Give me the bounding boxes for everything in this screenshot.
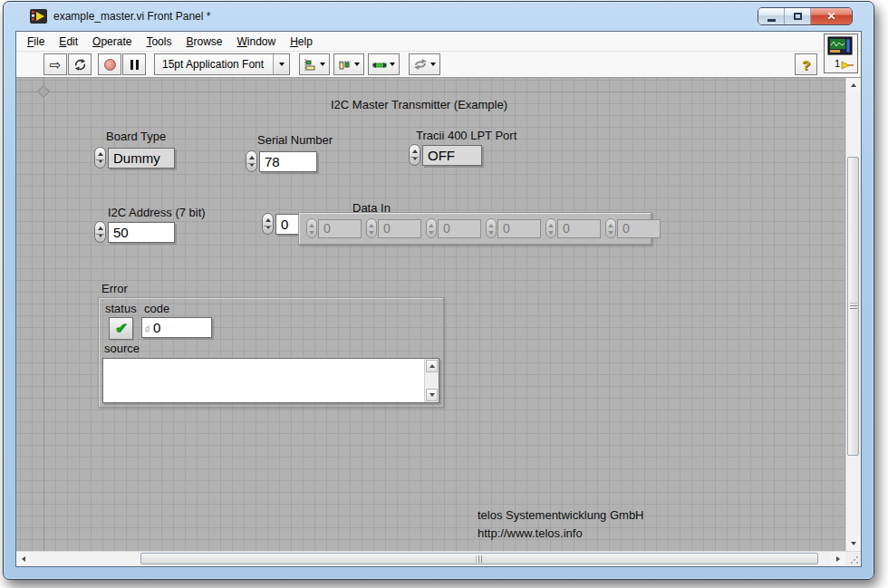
footer-line1: telos Systementwicklung GmbH — [478, 506, 644, 525]
window-title: example_master.vi Front Panel * — [53, 10, 210, 23]
vertical-scrollbar-thumb[interactable] — [847, 157, 859, 456]
data-in-element[interactable]: 0 — [366, 218, 421, 238]
error-status-button[interactable]: ✔ — [109, 317, 133, 340]
board-type-spinner[interactable] — [94, 147, 106, 169]
vi-icon-graphic: 1 — [827, 36, 854, 71]
scroll-right-button[interactable] — [831, 552, 845, 566]
chevron-down-icon — [354, 63, 360, 66]
source-scrollbar[interactable] — [424, 359, 439, 402]
close-icon: ✕ — [826, 10, 835, 23]
panel-title: I2C Master Transmitter (Example) — [331, 98, 507, 111]
element-value[interactable]: 0 — [557, 219, 601, 238]
menubar: File Edit Operate Tools Browse Window He… — [16, 32, 861, 52]
titlebar: example_master.vi Front Panel * ✕ — [4, 2, 874, 31]
i2c-address-label: I2C Address (7 bit) — [108, 206, 206, 219]
scroll-down-button[interactable] — [846, 536, 861, 551]
arrow-up-icon — [430, 364, 435, 368]
element-value[interactable]: 0 — [318, 219, 362, 238]
data-in-element[interactable]: 0 — [545, 218, 601, 238]
serial-number-spinner[interactable] — [246, 150, 257, 172]
pause-button[interactable] — [122, 53, 146, 75]
element-value[interactable]: 0 — [378, 219, 421, 238]
element-spinner — [545, 218, 556, 238]
labview-window: example_master.vi Front Panel * ✕ File E… — [3, 1, 874, 580]
tracii-port-label: Tracii 400 LPT Port — [416, 129, 516, 142]
maximize-button[interactable] — [785, 8, 811, 24]
distribute-objects-button[interactable] — [333, 53, 364, 75]
font-selector[interactable]: 15pt Application Font — [154, 53, 290, 75]
resize-grip-icon — [849, 554, 859, 564]
serial-number-field[interactable]: 78 — [259, 151, 317, 172]
error-source-field[interactable] — [102, 358, 439, 403]
origin-marker — [37, 85, 50, 98]
scroll-up-button[interactable] — [426, 360, 438, 372]
resize-objects-icon — [372, 59, 387, 71]
menu-browse[interactable]: Browse — [179, 34, 229, 50]
maximize-icon — [794, 13, 802, 20]
data-in-element[interactable]: 0 — [306, 218, 362, 238]
i2c-address-spinner[interactable] — [94, 221, 106, 243]
radix-indicator: d — [145, 324, 150, 333]
scroll-left-button[interactable] — [16, 552, 31, 566]
serial-number-label: Serial Number — [257, 133, 333, 147]
element-spinner — [366, 218, 377, 238]
arrow-down-icon — [430, 393, 435, 397]
data-in-element[interactable]: 0 — [486, 218, 541, 238]
data-in-index-field[interactable]: 0 — [275, 214, 301, 235]
menu-tools[interactable]: Tools — [139, 34, 179, 50]
horizontal-scrollbar[interactable] — [16, 552, 845, 566]
menu-operate[interactable]: Operate — [85, 34, 139, 50]
font-selector-arrow[interactable] — [273, 54, 289, 74]
menu-file[interactable]: File — [20, 34, 52, 50]
element-spinner — [605, 218, 616, 238]
window-body: File Edit Operate Tools Browse Window He… — [15, 31, 862, 567]
arrow-left-icon — [22, 556, 25, 562]
vertical-scrollbar[interactable] — [845, 78, 861, 551]
window-controls: ✕ — [758, 7, 853, 25]
horizontal-scrollbar-thumb[interactable] — [140, 553, 818, 564]
chevron-down-icon — [430, 63, 436, 66]
resize-objects-button[interactable] — [368, 53, 400, 75]
element-value[interactable]: 0 — [617, 219, 661, 238]
tracii-port-spinner[interactable] — [409, 144, 420, 166]
minimize-button[interactable] — [758, 8, 785, 24]
svg-text:1: 1 — [835, 58, 840, 69]
i2c-address-field[interactable]: 50 — [108, 222, 175, 243]
data-in-index-spinner[interactable] — [262, 213, 274, 235]
reorder-button[interactable] — [409, 53, 440, 75]
arrow-up-icon — [851, 83, 856, 87]
front-panel-canvas[interactable]: I2C Master Transmitter (Example) Board T… — [16, 78, 845, 551]
data-in-element[interactable]: 0 — [605, 218, 661, 238]
run-button[interactable]: ⇨ — [43, 53, 67, 75]
error-code-field[interactable]: d 0 — [141, 317, 212, 338]
footer-text: telos Systementwicklung GmbH http://www.… — [478, 506, 644, 543]
close-button[interactable]: ✕ — [811, 8, 852, 24]
element-value[interactable]: 0 — [497, 219, 541, 238]
error-code-label: code — [144, 302, 169, 315]
menu-edit[interactable]: Edit — [52, 34, 85, 50]
vi-connector-icon[interactable]: 1 — [824, 34, 858, 73]
data-in-array: 0 0 0 0 0 — [298, 212, 652, 245]
tracii-port-ring[interactable]: OFF — [422, 145, 482, 166]
menu-help[interactable]: Help — [283, 34, 320, 50]
run-continuous-button[interactable] — [68, 53, 92, 75]
element-value[interactable]: 0 — [438, 219, 481, 238]
menu-window[interactable]: Window — [229, 34, 283, 50]
abort-button[interactable] — [98, 53, 121, 75]
chevron-down-icon — [279, 63, 285, 66]
data-in-element[interactable]: 0 — [426, 218, 481, 238]
context-help-button[interactable]: ? — [795, 53, 817, 75]
board-type-ring[interactable]: Dummy — [108, 148, 175, 169]
origin-line-horizontal — [16, 92, 845, 92]
align-objects-button[interactable] — [299, 53, 330, 75]
element-spinner — [426, 218, 437, 238]
abort-icon — [104, 59, 116, 71]
run-continuous-icon — [73, 58, 87, 72]
footer-line2: http://www.telos.info — [478, 525, 644, 543]
scroll-up-button[interactable] — [846, 78, 861, 92]
chevron-down-icon — [320, 63, 325, 66]
element-spinner — [486, 218, 497, 238]
resize-grip[interactable] — [845, 552, 861, 566]
scroll-down-button[interactable] — [426, 389, 438, 401]
error-cluster-label: Error — [101, 282, 128, 295]
